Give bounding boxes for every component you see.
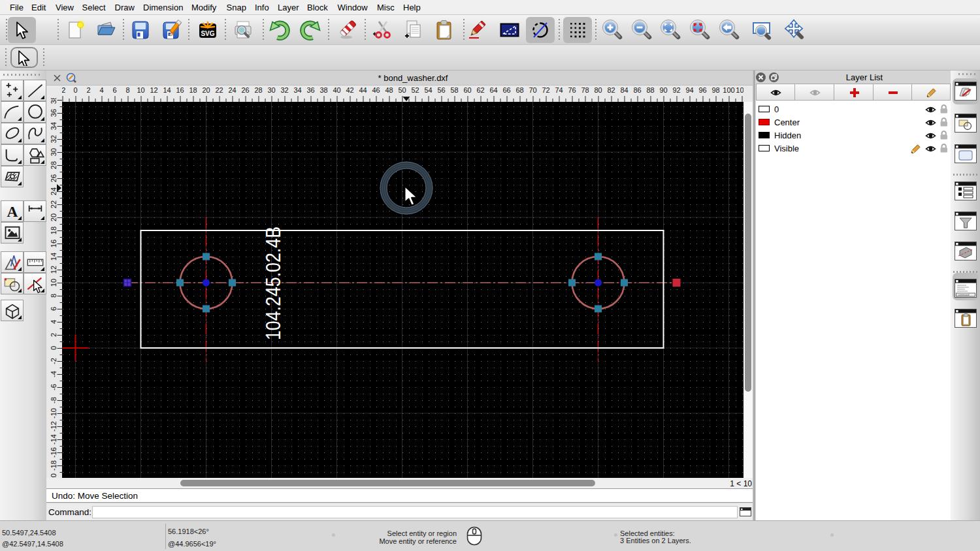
svg-text:command: command [958, 293, 970, 296]
svg-text:104.245.02.4B: 104.245.02.4B [262, 227, 285, 340]
svg-text:A: A [7, 203, 18, 220]
svg-text:SVG: SVG [201, 30, 214, 37]
